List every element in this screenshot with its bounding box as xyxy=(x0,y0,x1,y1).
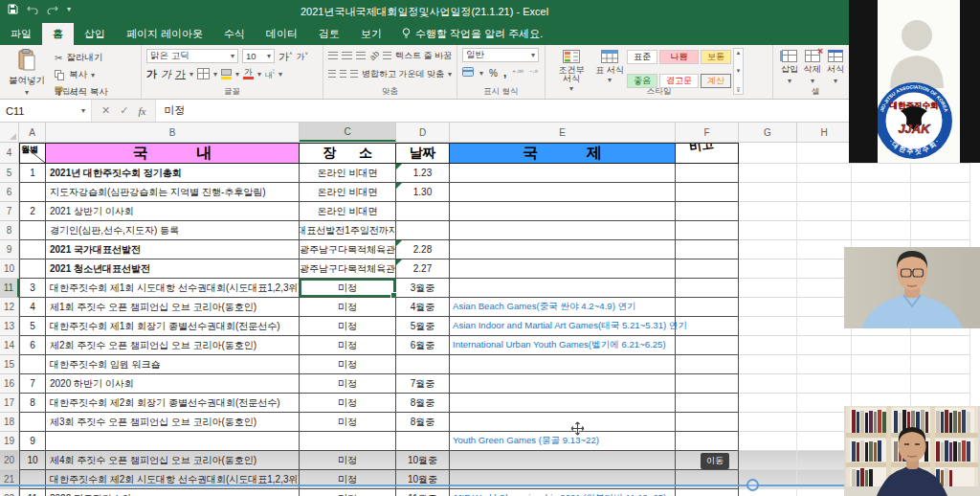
cell-K8[interactable] xyxy=(970,221,980,240)
cell-J8[interactable] xyxy=(911,221,970,240)
cell-F10[interactable] xyxy=(676,259,739,279)
cell-F12[interactable] xyxy=(676,298,739,317)
tab-데이터[interactable]: 데이터 xyxy=(256,23,308,45)
cell-D13[interactable]: 5월중 xyxy=(396,317,450,336)
drag-move-handle[interactable] xyxy=(746,479,759,491)
column-header-F[interactable]: F xyxy=(676,123,739,142)
accounting-format-icon[interactable] xyxy=(462,67,474,79)
row-header-19[interactable]: 19 xyxy=(0,432,19,451)
tell-me-box[interactable]: 수행할 작업을 알려 주세요. xyxy=(392,23,552,45)
cell-E10[interactable] xyxy=(450,259,676,279)
cell-F16[interactable] xyxy=(676,374,739,394)
cell-D7[interactable] xyxy=(396,202,450,221)
cell-D11[interactable]: 3월중 xyxy=(396,279,450,298)
cell-G12[interactable] xyxy=(739,298,797,317)
cell-D6[interactable]: 1.30 xyxy=(396,183,450,202)
name-box[interactable]: C11▾ xyxy=(0,100,92,122)
cell-A18[interactable] xyxy=(19,413,46,432)
decrease-decimal-icon[interactable]: ⁻·⁰ xyxy=(529,69,538,77)
cell-J6[interactable] xyxy=(911,183,970,202)
row-header-20[interactable]: 20 xyxy=(0,451,19,470)
cell-B5[interactable]: 2021년 대한주짓수회 정기총회 xyxy=(46,164,300,183)
cell-B19[interactable] xyxy=(46,432,300,451)
column-header-D[interactable]: D xyxy=(396,123,450,142)
cell-B6[interactable]: 지도자강습회(심판강습회는 지역별 진행-추후알림) xyxy=(46,183,300,202)
cell-C11[interactable]: 미정 xyxy=(300,279,396,298)
cell-A9[interactable] xyxy=(19,240,46,259)
align-left-icon[interactable] xyxy=(328,70,336,78)
cell-B17[interactable]: 대한주짓수회 제2회 회장기 종별선수권대회(전문선수) xyxy=(46,394,300,413)
cell-F11[interactable] xyxy=(676,279,739,298)
grow-font-icon[interactable]: 가˄ xyxy=(278,49,293,62)
comma-icon[interactable]: , xyxy=(503,66,506,79)
cell-H6[interactable] xyxy=(797,183,852,202)
font-name-select[interactable]: 맑은 고딕▾ xyxy=(146,49,238,63)
cell-F6[interactable] xyxy=(676,183,739,202)
tab-삽입[interactable]: 삽입 xyxy=(74,23,116,45)
cell-A10[interactable] xyxy=(19,259,46,279)
cell-E17[interactable] xyxy=(450,394,676,413)
cell-B20[interactable]: 제4회 주짓수 오픈 챔피언십 오브 코리아(동호인) xyxy=(46,451,300,470)
cell-I14[interactable] xyxy=(852,336,911,355)
copy-button[interactable]: 복사▾ xyxy=(55,67,108,82)
cell-A11[interactable]: 3 xyxy=(19,279,46,298)
wrap-text-icon[interactable] xyxy=(383,52,391,59)
cell-d4-date-header[interactable]: 날짜 xyxy=(396,143,450,164)
row-header-22[interactable]: 22 xyxy=(0,489,19,496)
cell-C8[interactable]: 대표선발전1주일전까지 xyxy=(300,221,396,240)
cell-C5[interactable]: 온라인 비대면 xyxy=(300,164,396,183)
cell-G8[interactable] xyxy=(739,221,797,240)
cell-J16[interactable] xyxy=(911,374,970,394)
cell-C7[interactable]: 온라인 비대면 xyxy=(300,202,396,221)
cell-A16[interactable]: 7 xyxy=(19,374,46,394)
video-tile-participant-1[interactable] xyxy=(844,247,980,328)
merge-center-button[interactable]: 병합하고 가운데 맞춤 xyxy=(362,68,444,80)
cell-E8[interactable] xyxy=(450,221,676,240)
cell-J7[interactable] xyxy=(911,202,970,221)
cell-F8[interactable] xyxy=(676,221,739,240)
align-bottom-icon[interactable] xyxy=(356,52,366,59)
row-header-12[interactable]: 12 xyxy=(0,298,19,317)
format-cells-button[interactable]: 서식▾ xyxy=(824,48,847,87)
cell-B21[interactable]: 대한주짓수회 제2회 시도대항 선수권대회(시도대표1,2,3위) xyxy=(46,470,300,489)
cell-A8[interactable] xyxy=(19,221,46,240)
cell-c4-venue-header[interactable]: 장 소 xyxy=(300,143,396,164)
cell-F5[interactable] xyxy=(676,164,739,183)
cell-G5[interactable] xyxy=(739,164,797,183)
cell-F18[interactable] xyxy=(676,413,739,432)
cell-H16[interactable] xyxy=(797,374,852,394)
column-header-C[interactable]: C xyxy=(300,123,396,142)
row-header-21[interactable]: 21 xyxy=(0,470,19,489)
cell-H15[interactable] xyxy=(797,355,852,374)
cell-a4[interactable]: 월별 xyxy=(19,143,46,164)
cell-G22[interactable] xyxy=(739,489,797,496)
cell-b4-domestic-header[interactable]: 국 내 xyxy=(46,143,300,164)
row-header-7[interactable]: 7 xyxy=(0,202,19,221)
insert-function-icon[interactable]: fx xyxy=(138,105,145,117)
cell-J5[interactable] xyxy=(911,164,970,183)
font-size-select[interactable]: 10▾ xyxy=(242,49,275,63)
cell-f4-remarks-header[interactable]: 비고 xyxy=(676,143,739,164)
align-right-icon[interactable] xyxy=(350,70,358,78)
tab-홈[interactable]: 홈 xyxy=(42,23,74,45)
wrap-text-button[interactable]: 텍스트 줄 바꿈 xyxy=(395,50,452,62)
align-middle-icon[interactable] xyxy=(342,52,351,59)
cell-h4[interactable] xyxy=(797,143,852,164)
tab-검토[interactable]: 검토 xyxy=(308,23,350,45)
cell-J14[interactable] xyxy=(911,336,970,355)
cell-D15[interactable] xyxy=(396,355,450,374)
row-header-18[interactable]: 18 xyxy=(0,413,19,432)
cell-style-normal[interactable]: 표준 xyxy=(627,50,657,64)
cell-I8[interactable] xyxy=(852,221,911,240)
row-header-15[interactable]: 15 xyxy=(0,355,19,374)
cell-G11[interactable] xyxy=(739,279,797,298)
cell-E22[interactable]: JJIF World Championship 2021 (아부다비 11.10… xyxy=(450,489,676,496)
cell-E20[interactable] xyxy=(450,451,676,470)
column-header-G[interactable]: G xyxy=(739,123,797,142)
cell-E18[interactable] xyxy=(450,413,676,432)
cell-B9[interactable]: 2021 국가대표선발전 xyxy=(46,240,300,259)
cell-D16[interactable]: 7월중 xyxy=(396,374,450,394)
row-header-13[interactable]: 13 xyxy=(0,317,19,336)
row-header-5[interactable]: 5 xyxy=(0,164,19,183)
cell-I7[interactable] xyxy=(852,202,911,221)
